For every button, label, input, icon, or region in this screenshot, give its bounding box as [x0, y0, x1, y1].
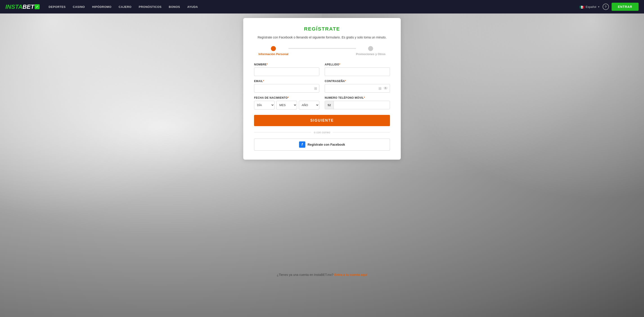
step-promociones: Promociones y Otros	[356, 46, 386, 56]
nombre-label: NOMBRE*	[254, 63, 319, 66]
nav-casino[interactable]: CASINO	[73, 5, 85, 8]
logo[interactable]: INSTA BET ✓	[6, 3, 40, 10]
apellido-required: *	[339, 63, 340, 66]
nav-hipodromo[interactable]: HIPÓDROMO	[92, 5, 112, 8]
apellido-input[interactable]	[325, 67, 390, 76]
email-icon: ⊞	[314, 86, 317, 91]
logo-checkmark: ✓	[35, 4, 40, 9]
step-label-personal: Información Personal	[258, 52, 288, 56]
login-link[interactable]: Entra a tu cuenta aquí	[334, 273, 367, 277]
fecha-label: FECHA DE NACIMIENTO*	[254, 96, 319, 99]
login-text: ¿Tienes ya una cuenta en InstaBET.mx?	[277, 273, 334, 277]
register-subtitle: Regístrate con Facebook o llenando el si…	[254, 35, 390, 40]
nombre-field-group: NOMBRE*	[254, 63, 319, 76]
register-title: REGÍSTRATE	[254, 26, 390, 32]
date-selects: DÍA MES AÑO	[254, 101, 319, 109]
step-connector	[288, 48, 356, 49]
divider-text: o con correo	[314, 131, 330, 134]
mexico-flag-icon	[580, 5, 584, 8]
telefono-required: *	[364, 96, 365, 99]
facebook-btn-label: Regístrate con Facebook	[308, 143, 345, 146]
step-personal: Información Personal	[258, 46, 288, 56]
step-dot-personal	[271, 46, 276, 51]
question-icon: ?	[604, 5, 607, 8]
progress-steps: Información Personal Promociones y Otros	[254, 46, 390, 56]
email-label: EMAIL*	[254, 80, 319, 83]
ano-select[interactable]: AÑO	[299, 101, 319, 109]
step-dot-promociones	[368, 46, 373, 51]
nombre-input[interactable]	[254, 67, 319, 76]
nav-ayuda[interactable]: AYUDA	[187, 5, 198, 8]
strength-icon: ⊞	[378, 86, 382, 91]
language-label: Español	[586, 5, 596, 8]
step-label-promociones: Promociones y Otros	[356, 52, 386, 56]
hero-background: REGÍSTRATE Regístrate con Facebook o lle…	[0, 0, 644, 317]
nav-cajero[interactable]: CAJERO	[118, 5, 132, 8]
apellido-field-group: APELLIDO*	[325, 63, 390, 76]
eye-icon[interactable]: 👁	[384, 86, 388, 91]
phone-input[interactable]	[334, 101, 390, 109]
logo-bet: BET	[22, 3, 34, 10]
divider: o con correo	[254, 131, 390, 134]
nombre-required: *	[267, 63, 268, 66]
contrasena-label: CONTRASEÑA*	[325, 80, 390, 83]
register-form: NOMBRE* APELLIDO* EMAIL*	[254, 63, 390, 151]
fecha-required: *	[288, 96, 289, 99]
contrasena-required: *	[345, 80, 346, 83]
dia-select[interactable]: DÍA	[254, 101, 274, 109]
form-row-credentials: EMAIL* ⊞ CONTRASEÑA* ⊞ 👁	[254, 80, 390, 93]
email-required: *	[263, 80, 264, 83]
nav-bonos[interactable]: BONOS	[169, 5, 180, 8]
fecha-field-group: FECHA DE NACIMIENTO* DÍA MES AÑO	[254, 96, 319, 109]
register-card: REGÍSTRATE Regístrate con Facebook o lle…	[243, 18, 401, 160]
entrar-button[interactable]: ENTRAR	[612, 3, 638, 11]
chevron-down-icon: ▼	[598, 5, 600, 8]
facebook-register-button[interactable]: f Regístrate con Facebook	[254, 138, 390, 151]
email-input[interactable]	[254, 84, 319, 93]
nav-pronosticos[interactable]: PRONÓSTICOS	[138, 5, 162, 8]
logo-insta: INSTA	[6, 3, 22, 10]
contrasena-input-wrapper: ⊞ 👁	[325, 84, 390, 93]
phone-wrapper: 52	[325, 101, 390, 109]
apellido-label: APELLIDO*	[325, 63, 390, 66]
siguiente-button[interactable]: SIGUIENTE	[254, 115, 390, 126]
mes-select[interactable]: MES	[276, 101, 297, 109]
form-row-birth-phone: FECHA DE NACIMIENTO* DÍA MES AÑO	[254, 96, 390, 109]
facebook-icon: f	[299, 141, 305, 148]
login-link-bar: ¿Tienes ya una cuenta en InstaBET.mx? En…	[0, 273, 644, 277]
nav-links: DEPORTES CASINO HIPÓDROMO CAJERO PRONÓST…	[48, 5, 580, 8]
telefono-field-group: NUMERO TELÉFONO MÓVIL* 52	[325, 96, 390, 109]
language-selector[interactable]: Español ▼	[580, 5, 600, 8]
form-row-name: NOMBRE* APELLIDO*	[254, 63, 390, 76]
email-field-group: EMAIL* ⊞	[254, 80, 319, 93]
telefono-label: NUMERO TELÉFONO MÓVIL*	[325, 96, 390, 99]
navbar: INSTA BET ✓ DEPORTES CASINO HIPÓDROMO CA…	[0, 0, 644, 13]
phone-prefix: 52	[325, 101, 334, 109]
help-button[interactable]: ?	[602, 3, 609, 10]
nav-deportes[interactable]: DEPORTES	[48, 5, 66, 8]
contrasena-field-group: CONTRASEÑA* ⊞ 👁	[325, 80, 390, 93]
email-input-wrapper: ⊞	[254, 84, 319, 93]
nav-right: Español ▼ ? ENTRAR	[580, 3, 638, 11]
